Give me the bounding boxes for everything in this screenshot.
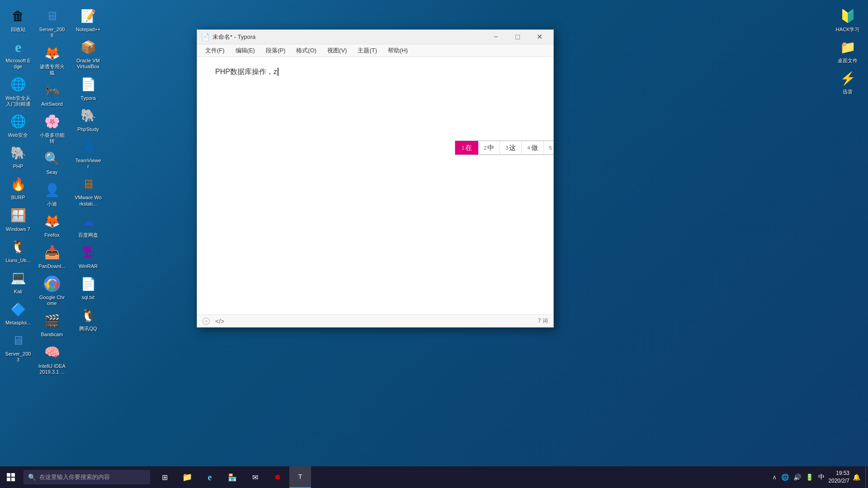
desktop-icon-label: VMware Workstati... [75,195,102,206]
kali-icon: 💻 [9,269,27,287]
ime-candidate-item-4[interactable]: 4 做 [522,141,543,155]
desktop-icon-xd[interactable]: 👤 小迪 [36,179,68,209]
desktop-doc-icon: 📁 [839,38,857,56]
window-titlebar[interactable]: 📄 未命名* - Typora − □ ✕ [197,30,553,44]
desktop-icon-baidu-net[interactable]: ☁ 百度网盘 [72,210,104,240]
xuexi-icon: ⚡ [839,69,857,87]
tray-expand[interactable]: ∧ [771,474,778,481]
typora-icon: 📄 [79,75,97,94]
desktop-icon-linux-ubuntu[interactable]: 🐧 Liunx_Ub... [2,235,34,266]
minimize-button[interactable]: − [486,30,506,44]
desktop-icon-label: Server_2008 [38,27,66,38]
desktop-icon-teamviewer[interactable]: 🖥 TeamViewer [72,136,104,172]
taskbar-store[interactable]: 🏪 [222,466,243,488]
hack-learn-icon: 🔰 [839,7,857,25]
desktop-icon-xuexi[interactable]: ⚡ 迅雷 [832,67,863,97]
desktop-icon-server2008[interactable]: 🖥 Server_2008 [36,5,68,41]
vmware-icon: 🖥 [79,175,97,193]
taskbar-search[interactable]: 🔍 在这里输入你要搜索的内容 [24,470,150,484]
desktop-icon-tencent-qq[interactable]: 🐧 腾讯QQ [72,304,104,334]
tray-network[interactable]: 🌐 [780,474,790,481]
menu-file[interactable]: 文件(F) [201,46,229,56]
desktop-icon-windows7[interactable]: 🪟 Windows 7 [2,204,34,235]
desktop-icon-label: 渗透专用火狐 [38,64,66,75]
taskbar-typora-app[interactable]: T [289,466,311,488]
edge-icon: e [9,38,27,56]
desktop-icon-label: Google Chrome [38,295,66,306]
desktop-icon-seay[interactable]: 🔍 Seay [36,147,68,178]
desktop-icon-desktop-doc[interactable]: 📁 桌面文件 [832,36,863,66]
desktop-icon-firefox[interactable]: 🦊 Firefox [36,210,68,240]
statusbar-circle-icon: ○ [203,318,210,325]
taskbar-file-explorer[interactable]: 📁 [176,466,198,488]
desktop-icon-label: Web安全 [8,132,28,138]
desktop-icon-intellij[interactable]: 🧠 IntelliJ IDEA 2019.3.1 ... [36,341,68,377]
search-text: 在这里输入你要搜索的内容 [39,473,110,481]
menu-edit[interactable]: 编辑(E) [231,46,259,56]
desktop-icon-label: BURP [11,195,25,201]
svg-rect-5 [7,478,10,481]
desktop-icon-metasploit[interactable]: 🔷 Metasploi... [2,298,34,328]
search-icon: 🔍 [28,474,36,481]
desktop-icon-bandicam[interactable]: 🎬 Bandicam [36,310,68,340]
tray-time-display: 19:53 [828,469,849,477]
desktop-icon-notepad[interactable]: 📝 Notepad++ [72,5,104,35]
desktop-icon-google-chrome[interactable]: Google Chrome [36,272,68,309]
start-button[interactable] [0,466,22,488]
desktop-icon-recycle-bin[interactable]: 🗑 回收站 [2,5,34,35]
menu-theme[interactable]: 主题(T) [353,46,382,56]
ime-char-2: 中 [487,144,494,152]
web-security-icon: 🌐 [9,75,27,94]
desktop-icon-phpstudy[interactable]: 🐘 PhpStudy [72,104,104,135]
desktop-icon-hack-learn[interactable]: 🔰 HACK学习 [832,5,863,35]
desktop-icon-burp[interactable]: 🔥 BURP [2,173,34,203]
desktop-icon-web-sec2[interactable]: 🌐 Web安全 [2,110,34,141]
desktop-icon-vmware[interactable]: 🖥 VMware Workstati... [72,173,104,209]
desktop-icon-label: 小葵多功能转 [38,132,66,144]
desktop-icon-server2003[interactable]: 🖥 Server_2003 [2,329,34,365]
linux-icon: 🐧 [9,238,27,256]
ime-selected-item[interactable]: 1 在 [455,141,478,155]
desktop-icon-ms-edge[interactable]: e Microsoft Edge [2,36,34,72]
teamviewer-icon: 🖥 [79,138,97,156]
tray-volume[interactable]: 🔊 [792,474,802,481]
ime-candidate-item-2[interactable]: 2 中 [478,141,500,155]
menu-view[interactable]: 视图(V) [323,46,351,56]
editor-content[interactable]: PHP数据库操作，z 1 在 2 中 3 这 4 做 [197,57,553,314]
taskbar-record[interactable]: ⏺ [267,466,288,488]
desktop-icon-oracle-vm[interactable]: 📦 Oracle VM VirtualBox [72,36,104,72]
tray-battery[interactable]: 🔋 [804,474,815,481]
ime-char-5: 再 [553,144,553,152]
statusbar-code-icon[interactable]: </> [215,318,224,325]
menu-help[interactable]: 帮助(H) [383,46,412,56]
desktop-icon-winrar[interactable]: 🗜 WinRAR [72,241,104,272]
taskbar-edge[interactable]: e [199,466,221,488]
desktop-icon-fire-tool[interactable]: 🦊 渗透专用火狐 [36,42,68,78]
desktop-icon-label: Typora [80,95,96,101]
desktop-icon-label: 小迪 [47,201,57,207]
desktop-icon-sql-text[interactable]: 📄 sql.txt [72,272,104,303]
taskbar-task-view[interactable]: ⊞ [154,466,175,488]
ime-candidate-item-5[interactable]: 5 再 [544,141,554,155]
ime-candidate-item-3[interactable]: 3 这 [500,141,522,155]
desktop-icon-xiaomi[interactable]: 🌸 小葵多功能转 [36,110,68,146]
desktop-icon-kali[interactable]: 💻 Kali [2,267,34,297]
desktop-icon-antword[interactable]: 🐜 AntSword [36,79,68,109]
window-menubar: 文件(F) 编辑(E) 段落(P) 格式(O) 视图(V) 主题(T) 帮助(H… [197,44,553,57]
close-button[interactable]: ✕ [529,30,550,44]
window-statusbar: ○ </> 7 词 [197,314,553,327]
menu-format[interactable]: 格式(O) [292,46,321,56]
desktop-icon-typora[interactable]: 📄 Typora [72,73,104,103]
ime-candidate-box[interactable]: 1 在 2 中 3 这 4 做 5 再 [455,141,553,155]
menu-paragraph[interactable]: 段落(P) [261,46,290,56]
show-desktop-button[interactable] [865,466,868,488]
tray-language[interactable]: 中 [816,473,826,481]
taskbar-mail[interactable]: ✉ [244,466,266,488]
tray-notification[interactable]: 🔔 [851,474,862,481]
desktop-icon-label: IntelliJ IDEA 2019.3.1 ... [38,363,66,375]
desktop-icon-web-security[interactable]: 🌐 Web安全从入门到精通 [2,73,34,109]
desktop-icon-php[interactable]: 🐘 PHP [2,141,34,172]
desktop-icon-pandown[interactable]: 📥 PanDownl... [36,241,68,272]
maximize-button[interactable]: □ [507,30,528,44]
intellij-icon: 🧠 [43,343,61,361]
